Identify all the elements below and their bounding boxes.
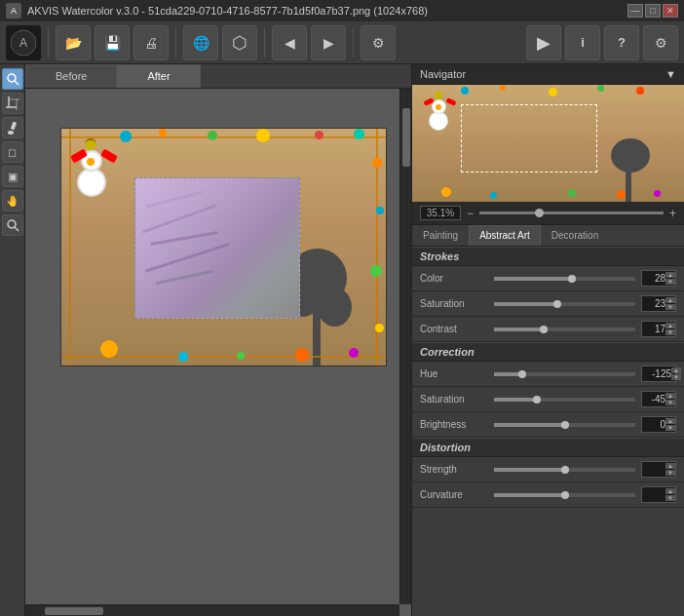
separator2 xyxy=(175,28,176,58)
brightness-value[interactable]: ▲ ▼ xyxy=(641,416,676,433)
svg-line-11 xyxy=(15,227,19,231)
save-button[interactable]: 💾 xyxy=(95,25,130,60)
nav-viewport-rect xyxy=(461,104,597,173)
brightness-label: Brightness xyxy=(420,419,488,430)
hue-spin-up[interactable]: ▲ xyxy=(671,367,681,373)
brightness-spin-up[interactable]: ▲ xyxy=(665,418,675,424)
strength-slider[interactable] xyxy=(494,468,635,472)
minimize-button[interactable]: — xyxy=(627,4,643,18)
vertical-scrollbar[interactable] xyxy=(399,89,411,604)
brush-tool[interactable] xyxy=(2,117,23,138)
correction-sat-spin-down[interactable]: ▼ xyxy=(665,400,675,405)
strength-spin-down[interactable]: ▼ xyxy=(665,470,675,476)
settings-panel: Strokes Color ▲ ▼ xyxy=(412,247,684,508)
zoom-out-icon[interactable]: − xyxy=(467,207,474,220)
color-param-row: Color ▲ ▼ xyxy=(412,266,684,291)
hand-tool[interactable]: 🤚 xyxy=(2,190,23,212)
contrast-spin-down[interactable]: ▼ xyxy=(665,329,675,335)
strokes-header: Strokes xyxy=(412,247,684,266)
help-button[interactable]: ? xyxy=(604,25,639,60)
print-button[interactable]: 🖨 xyxy=(133,25,169,60)
fill-tool[interactable]: ▣ xyxy=(2,166,23,187)
brightness-input[interactable] xyxy=(644,419,665,430)
zoom-in-icon[interactable]: + xyxy=(669,207,676,220)
strokes-saturation-spinner: ▲ ▼ xyxy=(665,297,675,310)
contrast-input[interactable] xyxy=(644,324,665,334)
strength-value[interactable]: ▲ ▼ xyxy=(641,461,676,478)
strength-input[interactable] xyxy=(644,464,665,475)
zoom-slider[interactable] xyxy=(479,212,664,214)
contrast-param-row: Contrast ▲ ▼ xyxy=(412,317,684,342)
strokes-saturation-value[interactable]: ▲ ▼ xyxy=(641,295,676,312)
color-value[interactable]: ▲ ▼ xyxy=(641,270,676,287)
color-spin-up[interactable]: ▲ xyxy=(665,272,675,278)
toolbar: A 📂 💾 🖨 🌐 ⬡ ◀ ▶ ⚙ ▶ i ? ⚙ xyxy=(0,21,684,64)
play-button[interactable]: ▶ xyxy=(526,25,561,60)
brightness-slider[interactable] xyxy=(494,423,635,427)
snowman-figure xyxy=(67,138,121,216)
curvature-value[interactable]: ▲ ▼ xyxy=(641,486,676,503)
curvature-spin-up[interactable]: ▲ xyxy=(665,488,675,494)
hue-input[interactable] xyxy=(644,368,671,379)
canvas-area: Before After xyxy=(25,64,411,616)
brightness-spin-down[interactable]: ▼ xyxy=(665,425,675,431)
tab-abstract-art[interactable]: Abstract Art xyxy=(469,225,541,246)
contrast-spin-up[interactable]: ▲ xyxy=(665,323,675,328)
contrast-value[interactable]: ▲ ▼ xyxy=(641,321,676,337)
strength-spin-up[interactable]: ▲ xyxy=(665,463,675,469)
strokes-saturation-slider[interactable] xyxy=(494,302,635,306)
navigator-view[interactable] xyxy=(412,85,684,202)
tab-decoration[interactable]: Decoration xyxy=(541,225,609,246)
hue-value[interactable]: ▲ ▼ xyxy=(641,366,676,382)
redo-button[interactable]: ▶ xyxy=(311,25,346,60)
hue-spin-down[interactable]: ▼ xyxy=(671,374,681,380)
logo-button: A xyxy=(6,25,41,60)
crop-tool[interactable] xyxy=(2,93,23,114)
close-button[interactable]: ✕ xyxy=(663,4,678,18)
contrast-slider[interactable] xyxy=(494,327,635,331)
strokes-sat-spin-down[interactable]: ▼ xyxy=(665,304,675,310)
hue-label: Hue xyxy=(420,368,488,379)
select-button[interactable]: ⬡ xyxy=(222,25,257,60)
correction-sat-spin-up[interactable]: ▲ xyxy=(665,393,675,399)
correction-saturation-value[interactable]: ▲ ▼ xyxy=(641,391,676,407)
strokes-sat-spin-up[interactable]: ▲ xyxy=(665,297,675,303)
tab-after[interactable]: After xyxy=(117,64,200,88)
eraser-tool[interactable]: ◻ xyxy=(2,141,23,163)
brightness-param-row: Brightness ▲ ▼ xyxy=(412,412,684,438)
tab-before[interactable]: Before xyxy=(25,64,117,88)
tab-painting[interactable]: Painting xyxy=(412,225,469,246)
web-button[interactable]: 🌐 xyxy=(183,25,218,60)
info-button[interactable]: i xyxy=(565,25,600,60)
window-title: AKVIS Watercolor v.3.0 - 51cda229-0710-4… xyxy=(27,5,626,17)
svg-rect-8 xyxy=(10,122,16,131)
distortion-header: Distortion xyxy=(412,438,684,457)
settings-button[interactable]: ⚙ xyxy=(361,25,396,60)
correction-sat-spinner: ▲ ▼ xyxy=(665,393,675,405)
hue-slider[interactable] xyxy=(494,372,635,376)
strokes-saturation-input[interactable] xyxy=(644,298,665,309)
correction-saturation-slider[interactable] xyxy=(494,398,635,402)
right-panel-scroll[interactable]: Painting Abstract Art Decoration Strokes… xyxy=(412,225,684,616)
horizontal-scrollbar[interactable] xyxy=(25,604,399,616)
color-spin-down[interactable]: ▼ xyxy=(665,279,675,285)
zoom-tool[interactable] xyxy=(2,68,23,90)
color-slider[interactable] xyxy=(494,277,635,281)
color-input[interactable] xyxy=(644,273,665,284)
maximize-button[interactable]: □ xyxy=(645,4,661,18)
correction-saturation-input[interactable] xyxy=(644,394,665,404)
nav-zoom-bar: 35.1% − + xyxy=(412,202,684,225)
curvature-slider[interactable] xyxy=(494,493,635,497)
magnifier-tool[interactable] xyxy=(2,214,23,236)
undo-button[interactable]: ◀ xyxy=(272,25,307,60)
right-panel: Navigator ▼ xyxy=(411,64,684,616)
separator4 xyxy=(353,28,354,58)
prefs-button[interactable]: ⚙ xyxy=(643,25,678,60)
strokes-saturation-label: Saturation xyxy=(420,298,488,309)
canvas-viewport[interactable] xyxy=(25,89,411,616)
curvature-label: Curvature xyxy=(420,489,488,500)
curvature-input[interactable] xyxy=(644,489,665,500)
curvature-spin-down[interactable]: ▼ xyxy=(665,495,675,501)
open-button[interactable]: 📂 xyxy=(56,25,91,60)
watercolor-selection[interactable] xyxy=(134,177,300,319)
